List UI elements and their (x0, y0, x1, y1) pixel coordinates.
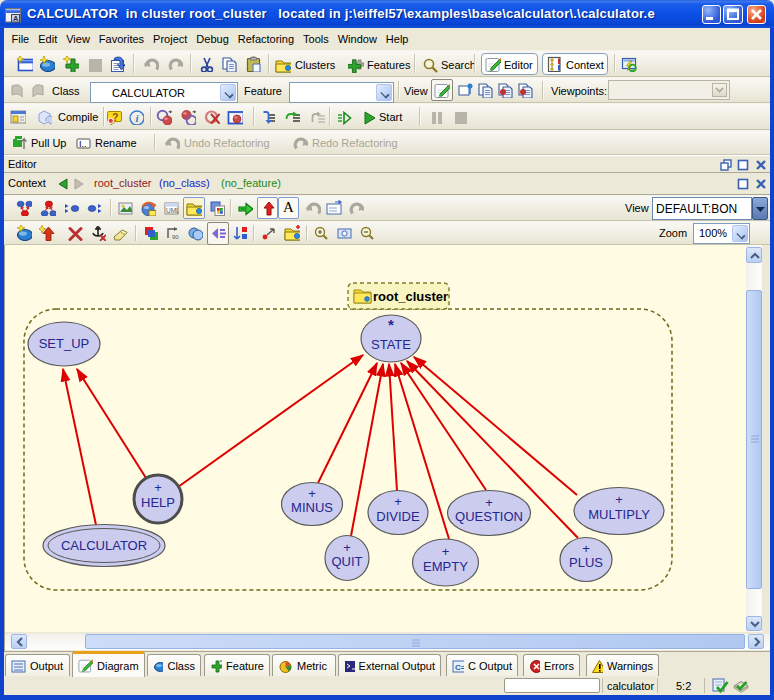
svg-text:+: + (442, 544, 450, 559)
svg-text:DIVIDE: DIVIDE (376, 509, 420, 524)
svg-text:PLUS: PLUS (569, 555, 603, 570)
svg-text:+: + (394, 494, 402, 509)
svg-text:STATE: STATE (371, 337, 411, 352)
svg-text:+: + (582, 541, 590, 556)
svg-text:+: + (308, 486, 316, 501)
svg-text:90: 90 (172, 234, 179, 240)
svg-text:MINUS: MINUS (291, 500, 333, 515)
svg-text:QUIT: QUIT (331, 554, 362, 569)
svg-text:*: * (388, 316, 394, 333)
svg-text:HELP: HELP (141, 495, 175, 510)
svg-text:SET_UP: SET_UP (39, 336, 90, 351)
svg-text:CALCULATOR: CALCULATOR (61, 538, 147, 553)
svg-text:A: A (13, 14, 19, 23)
svg-text:MULTIPLY: MULTIPLY (588, 507, 650, 522)
svg-text:+: + (485, 495, 493, 510)
svg-text:root_cluster: root_cluster (373, 289, 448, 304)
svg-text:+: + (343, 540, 351, 555)
svg-text:UML: UML (166, 207, 179, 214)
svg-text:C=: C= (455, 663, 464, 672)
svg-text:+: + (154, 480, 162, 495)
svg-text:+: + (615, 492, 623, 507)
svg-text:EMPTY: EMPTY (423, 559, 468, 574)
svg-text:QUESTION: QUESTION (455, 509, 523, 524)
